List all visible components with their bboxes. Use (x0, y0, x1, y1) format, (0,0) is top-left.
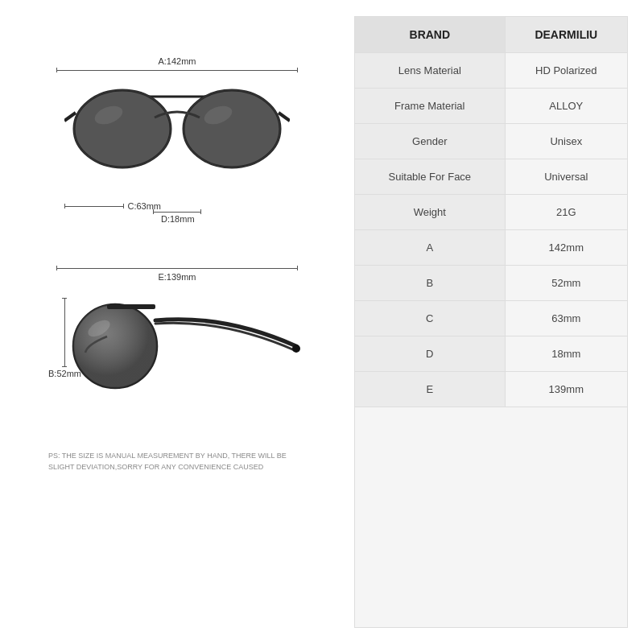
spec-row-2: GenderUnisex (355, 124, 627, 159)
svg-point-12 (292, 345, 300, 353)
spec-cell-5-0: A (355, 230, 505, 266)
spec-cell-7-1: 63mm (505, 301, 627, 336)
ps-note: PS: THE SIZE IS MANUAL MEASUREMENT BY HA… (48, 443, 306, 473)
spec-cell-3-0: Suitable For Face (355, 159, 505, 195)
spec-cell-6-0: B (355, 266, 505, 301)
spec-cell-7-0: C (355, 301, 505, 336)
svg-line-3 (64, 113, 76, 121)
spec-cell-0-0: Lens Material (355, 53, 505, 89)
spec-cell-2-1: Unisex (505, 124, 627, 159)
d-dimension-label: D:18mm (161, 214, 195, 224)
spec-cell-8-1: 18mm (505, 336, 627, 372)
spec-cell-3-1: Universal (505, 159, 627, 195)
svg-line-4 (279, 113, 290, 121)
glasses-side-svg (63, 282, 304, 411)
spec-cell-5-1: 142mm (505, 230, 627, 266)
ps-note-text: PS: THE SIZE IS MANUAL MEASUREMENT BY HA… (48, 452, 287, 471)
spec-cell-8-0: D (355, 336, 505, 372)
spec-header-row: BRAND DEARMILIU (355, 17, 627, 53)
side-diagram: E:139mm B:52mm (48, 266, 306, 427)
spec-row-0: Lens MaterialHD Polarized (355, 53, 627, 89)
spec-cell-4-0: Weight (355, 195, 505, 230)
a-dimension-label: A:142mm (158, 56, 196, 66)
spec-cell-4-1: 21G (505, 195, 627, 230)
spec-row-4: Weight21G (355, 195, 627, 230)
spec-row-5: A142mm (355, 230, 627, 266)
spec-table: BRAND DEARMILIU Lens MaterialHD Polarize… (355, 17, 627, 407)
spec-row-6: B52mm (355, 266, 627, 301)
spec-cell-1-0: Frame Material (355, 89, 505, 124)
svg-rect-11 (107, 304, 155, 309)
spec-row-3: Suitable For FaceUniversal (355, 159, 627, 195)
main-container: A:142mm (0, 0, 644, 644)
spec-row-9: E139mm (355, 372, 627, 407)
brand-value-cell: DEARMILIU (505, 17, 627, 53)
spec-cell-2-0: Gender (355, 124, 505, 159)
glasses-front-svg (64, 71, 290, 196)
left-panel: A:142mm (16, 16, 338, 628)
spec-row-8: D18mm (355, 336, 627, 372)
svg-point-10 (73, 304, 157, 388)
right-panel: BRAND DEARMILIU Lens MaterialHD Polarize… (354, 16, 628, 628)
spec-cell-0-1: HD Polarized (505, 53, 627, 89)
brand-label-cell: BRAND (355, 17, 505, 53)
spec-row-1: Frame MaterialALLOY (355, 89, 627, 124)
front-diagram: A:142mm (48, 56, 306, 233)
spec-cell-9-1: 139mm (505, 372, 627, 407)
spec-cell-6-1: 52mm (505, 266, 627, 301)
spec-cell-1-1: ALLOY (505, 89, 627, 124)
spec-cell-9-0: E (355, 372, 505, 407)
spec-row-7: C63mm (355, 301, 627, 336)
e-dimension-label: E:139mm (158, 272, 196, 282)
